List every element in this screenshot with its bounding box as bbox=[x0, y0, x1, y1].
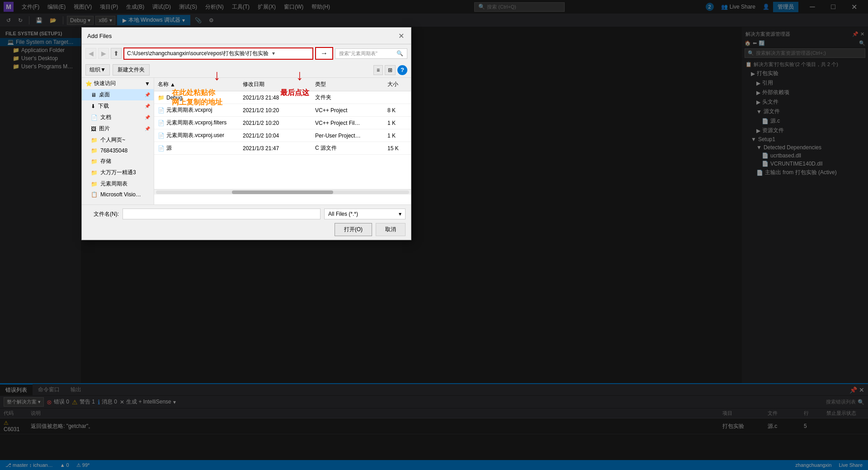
file-row-vcxproj[interactable]: 📄 元素周期表.vcxproj 2021/1/2 10:20 VC++ Proj… bbox=[154, 104, 411, 117]
path-text: C:\Users\zhangchuangxin\source\repos\打包实… bbox=[127, 50, 269, 57]
file-list-header: 名称 ▲ 修改日期 类型 大小 bbox=[154, 78, 411, 91]
file-date-source: 2021/1/3 21:47 bbox=[239, 144, 311, 152]
col-name[interactable]: 名称 ▲ bbox=[154, 80, 239, 89]
file-icon-filters: 📄 bbox=[158, 120, 165, 126]
sidebar-downloads[interactable]: ⬇ 下载 📌 bbox=[82, 100, 154, 112]
sidebar-pictures[interactable]: 🖼 图片 📌 bbox=[82, 123, 154, 134]
sidebar-personal[interactable]: 📁 个人网页~ bbox=[82, 134, 154, 146]
file-row-debug[interactable]: 📁 Debug 2021/1/3 21:48 文件夹 bbox=[154, 91, 411, 104]
sidebar-periodic[interactable]: 📁 元素周期表 bbox=[82, 178, 154, 190]
nav-back-button[interactable]: ◀ bbox=[85, 48, 96, 59]
filename-vcxproj: 元素周期表.vcxproj bbox=[166, 106, 212, 114]
filetype-label: All Files (*.*) bbox=[328, 211, 358, 217]
dialog-action-row: 打开(O) 取消 bbox=[87, 223, 406, 236]
file-list: 名称 ▲ 修改日期 类型 大小 📁 Debug 2021/1/3 21:48 文… bbox=[154, 78, 411, 204]
view-button-list[interactable]: ≡ bbox=[373, 65, 383, 75]
view-button-details[interactable]: ⊞ bbox=[385, 65, 396, 75]
nav-forward-button[interactable]: ▶ bbox=[98, 48, 109, 59]
path-dropdown-button[interactable]: ▾ bbox=[270, 50, 277, 57]
downloads-icon: ⬇ bbox=[91, 103, 95, 109]
filename-debug: Debug bbox=[166, 95, 182, 101]
dialog-toolbar: 组织▼ 新建文件夹 ≡ ⊞ ? bbox=[82, 62, 411, 78]
quick-access-chevron: ▼ bbox=[145, 81, 150, 87]
docs-pin-icon: 📌 bbox=[145, 115, 150, 120]
file-type-filters: VC++ Project Fil… bbox=[311, 119, 384, 127]
col-size[interactable]: 大小 bbox=[384, 80, 411, 89]
open-button[interactable]: 打开(O) bbox=[335, 223, 372, 236]
file-size-filters: 1 K bbox=[384, 119, 411, 127]
filetype-dropdown[interactable]: All Files (*.*) ▾ bbox=[324, 209, 406, 219]
dialog-close-button[interactable]: ✕ bbox=[396, 31, 406, 40]
dawan-icon: 📁 bbox=[91, 170, 98, 176]
cancel-button[interactable]: 取消 bbox=[376, 223, 406, 236]
pictures-label: 图片 bbox=[99, 125, 110, 133]
sidebar-visio[interactable]: 📋 Microsoft Visio… bbox=[82, 190, 154, 199]
sidebar-storage[interactable]: 📁 存储 bbox=[82, 156, 154, 167]
file-name-filters: 📄 元素周期表.vcxproj.filters bbox=[154, 118, 239, 128]
file-name-debug: 📁 Debug bbox=[154, 94, 239, 102]
downloads-label: 下载 bbox=[98, 102, 109, 110]
sidebar-desktop[interactable]: 🖥 桌面 📌 bbox=[82, 89, 154, 100]
file-type-debug: 文件夹 bbox=[311, 93, 384, 102]
sidebar-dawan[interactable]: 📁 大万万一精通3 bbox=[82, 167, 154, 178]
sidebar-768[interactable]: 📁 768435048 bbox=[82, 146, 154, 156]
file-size-user: 1 K bbox=[384, 132, 411, 140]
dialog-footer: 文件名(N): All Files (*.*) ▾ 打开(O) 取消 bbox=[82, 204, 411, 240]
sidebar-quick-access[interactable]: ⭐ 快速访问 ▼ bbox=[82, 78, 154, 89]
col-name-label: 名称 bbox=[158, 81, 169, 88]
path-box: C:\Users\zhangchuangxin\source\repos\打包实… bbox=[123, 47, 313, 60]
file-date-debug: 2021/1/3 21:48 bbox=[239, 94, 311, 102]
col-type[interactable]: 类型 bbox=[311, 80, 384, 89]
desktop-sidebar-label: 桌面 bbox=[99, 91, 110, 99]
desktop-sidebar-icon: 🖥 bbox=[91, 92, 96, 98]
768-label: 768435048 bbox=[100, 147, 127, 154]
dialog-title-label: Add Files bbox=[87, 33, 112, 39]
file-type-source: C 源文件 bbox=[311, 143, 384, 153]
filename-input[interactable] bbox=[123, 209, 321, 219]
filename-source: 源 bbox=[166, 144, 172, 152]
nav-up-button[interactable]: ⬆ bbox=[111, 48, 122, 59]
filename-label: 文件名(N): bbox=[87, 210, 119, 218]
file-date-vcxproj: 2021/1/2 10:20 bbox=[239, 106, 311, 114]
filename-row: 文件名(N): All Files (*.*) ▾ bbox=[87, 209, 406, 219]
desktop-pin-icon: 📌 bbox=[145, 92, 150, 97]
search-dialog-icon: 🔍 bbox=[396, 50, 403, 57]
storage-icon: 📁 bbox=[91, 158, 98, 165]
file-type-user: Per-User Project… bbox=[311, 132, 384, 140]
file-date-user: 2021/1/2 10:04 bbox=[239, 132, 311, 140]
horizontal-scrollbar[interactable] bbox=[154, 189, 411, 195]
scrollbar-track bbox=[156, 190, 409, 194]
col-date[interactable]: 修改日期 bbox=[239, 80, 311, 89]
pictures-icon: 🖼 bbox=[91, 126, 96, 132]
file-row-source[interactable]: 📄 源 2021/1/3 21:47 C 源文件 15 K bbox=[154, 142, 411, 155]
file-size-debug bbox=[384, 97, 411, 99]
storage-label: 存储 bbox=[100, 157, 111, 165]
file-name-vcxproj: 📄 元素周期表.vcxproj bbox=[154, 105, 239, 115]
scrollbar-thumb bbox=[232, 190, 333, 194]
file-row-user[interactable]: 📄 元素周期表.vcxproj.user 2021/1/2 10:04 Per-… bbox=[154, 129, 411, 142]
dawan-label: 大万万一精通3 bbox=[100, 169, 136, 176]
filename-user: 元素周期表.vcxproj.user bbox=[166, 132, 224, 139]
filetype-chevron: ▾ bbox=[399, 211, 401, 217]
dialog-nav: ◀ ▶ ⬆ C:\Users\zhangchuangxin\source\rep… bbox=[82, 44, 411, 62]
dialog-body: ⭐ 快速访问 ▼ 🖥 桌面 📌 ⬇ 下载 📌 📄 文档 📌 🖼 图片 bbox=[82, 78, 411, 204]
docs-icon: 📄 bbox=[91, 114, 98, 121]
dialog-sidebar: ⭐ 快速访问 ▼ 🖥 桌面 📌 ⬇ 下载 📌 📄 文档 📌 🖼 图片 bbox=[82, 78, 154, 204]
file-row-filters[interactable]: 📄 元素周期表.vcxproj.filters 2021/1/2 10:20 V… bbox=[154, 117, 411, 129]
help-button[interactable]: ? bbox=[397, 65, 407, 75]
search-box[interactable]: 搜索"元素周期表" 🔍 bbox=[335, 48, 407, 59]
file-date-filters: 2021/1/2 10:20 bbox=[239, 119, 311, 127]
file-name-user: 📄 元素周期表.vcxproj.user bbox=[154, 131, 239, 140]
personal-icon: 📁 bbox=[91, 137, 98, 143]
file-size-vcxproj: 8 K bbox=[384, 106, 411, 114]
quick-access-label: 快速访问 bbox=[94, 80, 116, 87]
downloads-pin-icon: 📌 bbox=[145, 104, 150, 109]
docs-label: 文档 bbox=[100, 114, 111, 121]
sidebar-docs[interactable]: 📄 文档 📌 bbox=[82, 112, 154, 123]
organize-button[interactable]: 组织▼ bbox=[85, 64, 110, 76]
visio-label: Microsoft Visio… bbox=[100, 191, 141, 198]
new-folder-button[interactable]: 新建文件夹 bbox=[113, 64, 150, 76]
folder-icon-debug: 📁 bbox=[158, 95, 165, 101]
path-go-button[interactable]: → bbox=[315, 47, 333, 60]
file-icon-source: 📄 bbox=[158, 145, 165, 152]
